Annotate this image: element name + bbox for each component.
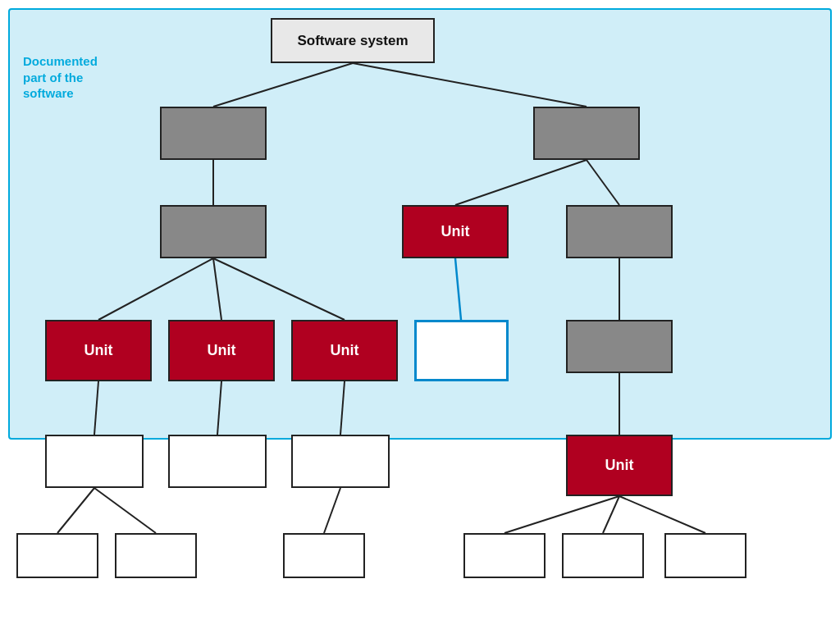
white-ll3-box	[291, 435, 390, 488]
white-ll2-box	[168, 435, 267, 488]
white-bot3-box	[283, 533, 365, 578]
svg-line-14	[57, 488, 94, 533]
gray-left-top-box	[160, 107, 267, 160]
unit-center-box: Unit	[402, 205, 509, 258]
unit-left3-box: Unit	[291, 320, 398, 381]
white-bot5-box	[562, 533, 644, 578]
unit-right-lower-label: Unit	[605, 457, 634, 474]
svg-line-19	[619, 496, 705, 533]
documented-label: Documentedpart of thesoftware	[23, 53, 121, 102]
unit-left2-label: Unit	[208, 342, 236, 359]
svg-line-17	[504, 496, 619, 533]
white-bot6-box	[664, 533, 746, 578]
software-system-label: Software system	[297, 33, 408, 49]
svg-line-15	[94, 488, 156, 533]
svg-line-18	[603, 496, 619, 533]
gray-left-mid-box	[160, 205, 267, 258]
gray-right-top-box	[533, 107, 640, 160]
white-ll1-box	[45, 435, 144, 488]
unit-right-lower-box: Unit	[566, 435, 673, 496]
unit-left2-box: Unit	[168, 320, 275, 381]
unit-center-label: Unit	[441, 223, 470, 240]
software-system-box: Software system	[271, 18, 435, 63]
svg-line-16	[324, 488, 340, 533]
gray-right-lower-box	[566, 320, 673, 373]
unit-left3-label: Unit	[331, 342, 359, 359]
diagram-canvas: Documentedpart of thesoftware	[0, 0, 840, 620]
unit-left1-box: Unit	[45, 320, 152, 381]
white-bot1-box	[16, 533, 98, 578]
white-bot2-box	[115, 533, 197, 578]
white-bot4-box	[463, 533, 546, 578]
gray-right-mid-box	[566, 205, 673, 258]
unit-left1-label: Unit	[84, 342, 113, 359]
white-center-box	[414, 320, 509, 381]
